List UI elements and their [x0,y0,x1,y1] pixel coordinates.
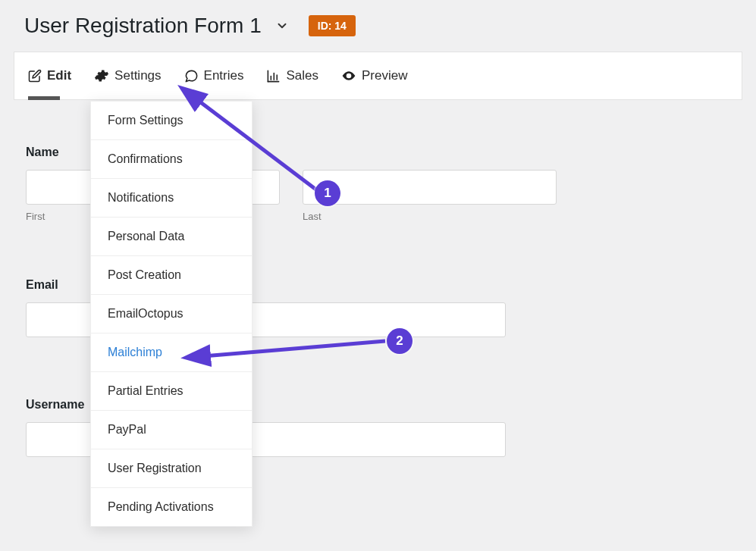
form-id-badge: ID: 14 [309,15,356,36]
settings-menu-item[interactable]: Partial Entries [91,372,252,411]
callout-badge-1: 1 [315,180,340,206]
form-switcher-chevron[interactable] [272,16,292,36]
settings-menu-item[interactable]: User Registration [91,449,252,488]
eye-icon [341,68,356,83]
page-title: User Registration Form 1 [24,14,262,38]
callout-badge-2: 2 [387,328,413,354]
tab-sales[interactable]: Sales [266,52,318,99]
tab-edit-label: Edit [47,68,71,83]
settings-menu-item[interactable]: Notifications [91,179,252,218]
bar-chart-icon [266,69,281,83]
settings-menu-item[interactable]: PayPal [91,411,252,449]
tab-sales-label: Sales [286,68,318,83]
last-name-input[interactable] [303,170,557,205]
settings-menu-item[interactable]: Post Creation [91,256,252,295]
comment-icon [184,69,199,83]
last-sublabel: Last [303,211,557,222]
edit-icon [28,69,42,83]
tab-settings-label: Settings [114,68,161,83]
tab-preview[interactable]: Preview [341,52,407,99]
tab-preview-label: Preview [362,68,407,83]
tab-edit[interactable]: Edit [28,52,71,99]
settings-menu-item[interactable]: Form Settings [91,102,252,140]
settings-menu-item[interactable]: Confirmations [91,140,252,179]
settings-menu-item[interactable]: EmailOctopus [91,295,252,333]
page-header: User Registration Form 1 ID: 14 [0,0,756,45]
settings-dropdown: Form SettingsConfirmationsNotificationsP… [90,101,253,527]
tab-entries[interactable]: Entries [184,52,244,99]
settings-menu-item[interactable]: Mailchimp [91,333,252,372]
tab-entries-label: Entries [204,68,244,83]
tabs-bar: Edit Settings Entries Sales Preview Form… [14,52,742,100]
gears-icon [94,68,109,83]
chevron-down-icon [275,19,289,33]
settings-menu-item[interactable]: Personal Data [91,218,252,256]
settings-menu-item[interactable]: Pending Activations [91,488,252,526]
tab-settings[interactable]: Settings [94,52,161,99]
